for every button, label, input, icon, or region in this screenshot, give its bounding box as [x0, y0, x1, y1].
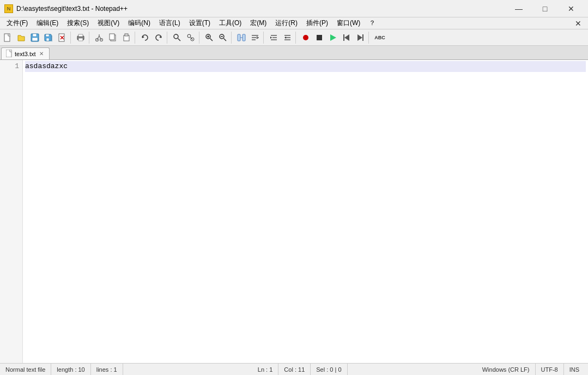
toolbar-sep-9	[368, 32, 371, 44]
tab-text3[interactable]: text3.txt ✕	[1, 47, 50, 59]
status-line-ending: Windows (CR LF)	[477, 364, 536, 375]
svg-marker-24	[159, 36, 161, 38]
zoom-in-button[interactable]	[203, 31, 216, 44]
spellcheck-button[interactable]: ABC	[372, 31, 387, 44]
toolbar-sep-5	[199, 32, 201, 44]
print-button[interactable]	[74, 31, 87, 44]
menu-plugins[interactable]: 插件(P)	[302, 17, 332, 29]
menu-search[interactable]: 搜索(S)	[63, 17, 93, 29]
copy-button[interactable]	[106, 31, 119, 44]
cut-button[interactable]	[93, 31, 106, 44]
open-button[interactable]	[15, 31, 28, 44]
save-button[interactable]	[28, 31, 41, 44]
status-lines: lines : 1	[91, 364, 123, 375]
editor-content[interactable]: asdasdazxc	[23, 60, 588, 363]
menu-view[interactable]: 视图(V)	[93, 17, 124, 29]
macro-stop-button[interactable]	[313, 31, 326, 44]
status-ln: Ln : 1	[252, 364, 279, 375]
svg-rect-52	[317, 35, 322, 40]
menu-tools[interactable]: 工具(O)	[215, 17, 246, 29]
svg-rect-12	[78, 38, 83, 41]
svg-rect-13	[78, 34, 83, 37]
macro-next-button[interactable]	[354, 31, 367, 44]
save-all-button[interactable]	[42, 31, 55, 44]
title-bar: N D:\easytest\segit\text3.txt - Notepad+…	[0, 0, 588, 17]
status-col: Col : 11	[278, 364, 311, 375]
svg-rect-38	[243, 34, 245, 41]
macro-prev-button[interactable]	[340, 31, 353, 44]
svg-marker-50	[284, 37, 286, 39]
sync-scroll-button[interactable]	[235, 31, 248, 44]
status-encoding: UTF-8	[536, 364, 564, 375]
find-button[interactable]	[171, 31, 184, 44]
toolbar-sep-3	[135, 32, 137, 44]
tab-file-icon	[6, 50, 13, 58]
svg-line-31	[210, 38, 213, 41]
svg-rect-6	[46, 38, 49, 41]
menu-edit[interactable]: 编辑(E)	[32, 17, 63, 29]
line-number-1: 1	[0, 61, 19, 72]
editor-line-1: asdasdazxc	[25, 61, 586, 72]
menu-run[interactable]: 运行(R)	[271, 17, 302, 29]
toolbar-sep-7	[263, 32, 265, 44]
status-mode: INS	[564, 364, 585, 375]
macro-record-button[interactable]	[299, 31, 312, 44]
status-bar: Normal text file length : 10 lines : 1 L…	[0, 363, 588, 375]
svg-point-25	[174, 34, 178, 39]
menu-file[interactable]: 文件(F)	[2, 17, 32, 29]
svg-rect-3	[32, 38, 38, 41]
svg-marker-23	[142, 36, 144, 38]
menu-close-icon[interactable]: ✕	[571, 18, 586, 29]
svg-point-27	[187, 34, 191, 38]
editor-container: 1 asdasdazxc	[0, 60, 588, 363]
toolbar-sep-4	[167, 32, 169, 44]
svg-rect-5	[46, 34, 49, 37]
toolbar: ABC	[0, 29, 588, 46]
unindent-button[interactable]	[281, 31, 294, 44]
menu-encoding[interactable]: 编码(N)	[124, 17, 155, 29]
menu-window[interactable]: 窗口(W)	[332, 17, 365, 29]
indent-button[interactable]	[267, 31, 280, 44]
svg-line-35	[224, 38, 227, 41]
svg-rect-2	[33, 34, 37, 37]
replace-button[interactable]	[184, 31, 197, 44]
paste-button[interactable]	[120, 31, 133, 44]
toolbar-sep-8	[295, 32, 298, 44]
svg-marker-46	[270, 37, 272, 39]
zoom-out-button[interactable]	[216, 31, 229, 44]
svg-point-51	[303, 35, 308, 40]
new-button[interactable]	[1, 31, 14, 44]
menu-settings[interactable]: 设置(T)	[185, 17, 215, 29]
app-icon: N	[4, 4, 13, 13]
window-title: D:\easytest\segit\text3.txt - Notepad++	[16, 5, 506, 13]
svg-line-26	[178, 38, 181, 41]
toolbar-sep-6	[231, 32, 233, 44]
maximize-button[interactable]: □	[532, 1, 557, 16]
svg-rect-20	[110, 34, 114, 40]
status-length: length : 10	[51, 364, 90, 375]
svg-rect-22	[125, 34, 128, 36]
svg-marker-53	[330, 34, 336, 41]
minimize-button[interactable]: —	[506, 1, 531, 16]
tab-label: text3.txt	[15, 51, 36, 57]
status-sel: Sel : 0 | 0	[311, 364, 347, 375]
tab-bar: text3.txt ✕	[0, 46, 588, 60]
macro-play-button[interactable]	[326, 31, 340, 44]
menu-help[interactable]: ？	[365, 17, 380, 29]
status-file-type: Normal text file	[3, 364, 51, 375]
menu-language[interactable]: 语言(L)	[155, 17, 185, 29]
svg-marker-54	[344, 34, 349, 41]
svg-rect-37	[238, 34, 240, 41]
close-button[interactable]: ✕	[559, 1, 584, 16]
menu-bar: 文件(F) 编辑(E) 搜索(S) 视图(V) 编码(N) 语言(L) 设置(T…	[0, 17, 588, 29]
tab-close-icon[interactable]: ✕	[38, 51, 45, 57]
undo-button[interactable]	[138, 31, 151, 44]
close-file-button[interactable]	[56, 31, 69, 44]
redo-button[interactable]	[152, 31, 165, 44]
toolbar-sep-1	[70, 32, 72, 44]
toolbar-sep-2	[89, 32, 91, 44]
window-controls: — □ ✕	[506, 1, 584, 16]
word-wrap-button[interactable]	[248, 31, 262, 44]
menu-macro[interactable]: 宏(M)	[246, 17, 271, 29]
svg-marker-56	[357, 34, 362, 41]
